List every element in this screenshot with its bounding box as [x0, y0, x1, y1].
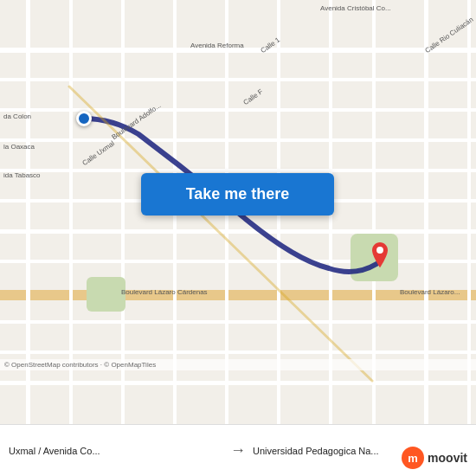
map-attribution: © OpenStreetMap contributors · © OpenMap… — [0, 359, 476, 370]
map-container: Avenida Reforma Calle 1 Calle F da Colon… — [0, 0, 476, 424]
moovit-brand-name: moovit — [428, 451, 467, 465]
road-label-da-colon: da Colon — [3, 113, 31, 120]
bottom-bar: Uxmal / Avenida Co... → Universidad Peda… — [0, 424, 476, 476]
road-label-boulevard-lazaro: Boulevard Lázaro Cárdenas — [121, 288, 208, 296]
destination-marker — [368, 242, 392, 277]
origin-info: Uxmal / Avenida Co... — [9, 446, 223, 456]
moovit-logo: m moovit — [402, 447, 467, 469]
park-area — [87, 277, 125, 312]
road-label-ida-tabasco: ida Tabasco — [3, 171, 41, 179]
road-label-avenida-cristobal: Avenida Cristóbal Co... — [320, 4, 391, 12]
moovit-m-icon: m — [402, 447, 424, 469]
origin-marker — [76, 111, 92, 126]
road-label-boulevard-lazaro2: Boulevard Lázaro... — [400, 288, 460, 296]
origin-value: Uxmal / Avenida Co... — [9, 446, 223, 456]
svg-point-0 — [376, 247, 383, 254]
road-label-avenida-reforma: Avenida Reforma — [190, 42, 244, 49]
arrow-icon: → — [223, 441, 253, 460]
take-me-there-button[interactable]: Take me there — [141, 173, 334, 215]
road-label-la-oaxaca: la Oaxaca — [3, 143, 35, 151]
